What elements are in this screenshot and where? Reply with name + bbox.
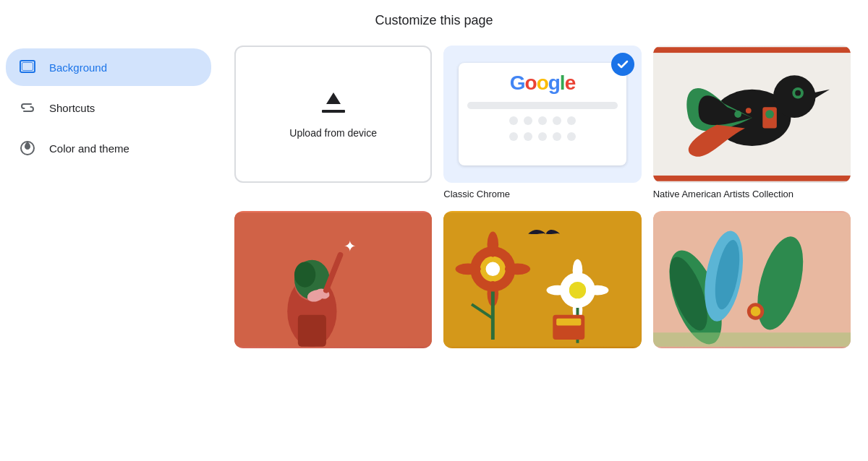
svg-rect-16 xyxy=(653,47,851,53)
dots-row-1 xyxy=(509,116,576,125)
art-orange-card-image: ✦ xyxy=(234,211,432,348)
svg-point-35 xyxy=(456,264,481,275)
color-theme-icon xyxy=(17,138,38,158)
search-bar-mock xyxy=(467,102,618,109)
native-american-card-image xyxy=(653,46,851,183)
svg-rect-47 xyxy=(557,319,582,326)
dot xyxy=(538,116,547,125)
cards-grid: Upload from device Google xyxy=(234,46,851,348)
svg-point-11 xyxy=(795,90,801,96)
main-layout: Background Shortcuts Color and theme xyxy=(0,40,868,461)
svg-rect-56 xyxy=(653,332,851,347)
svg-text:✦: ✦ xyxy=(344,238,357,255)
classic-chrome-label: Classic Chrome xyxy=(443,189,641,199)
svg-point-15 xyxy=(746,108,752,113)
dot xyxy=(524,132,532,141)
sidebar-item-shortcuts[interactable]: Shortcuts xyxy=(6,89,211,126)
svg-point-55 xyxy=(750,306,760,316)
svg-rect-2 xyxy=(22,63,33,70)
native-american-card[interactable]: Native American Artists Collection xyxy=(653,46,851,199)
native-american-label: Native American Artists Collection xyxy=(653,189,851,199)
svg-point-40 xyxy=(569,282,586,298)
dot xyxy=(567,132,576,141)
content-area: Upload from device Google xyxy=(217,40,868,461)
svg-marker-5 xyxy=(326,92,341,104)
dot xyxy=(509,116,518,125)
upload-label: Upload from device xyxy=(289,127,377,139)
art-green-card[interactable] xyxy=(653,211,851,348)
shortcuts-icon xyxy=(17,98,38,118)
svg-point-14 xyxy=(734,111,741,118)
dot xyxy=(567,116,576,125)
google-logo: Google xyxy=(510,72,575,95)
svg-point-36 xyxy=(505,264,530,275)
dot xyxy=(553,132,561,141)
upload-icon xyxy=(319,90,348,119)
sidebar-item-background[interactable]: Background xyxy=(6,48,211,86)
sidebar-background-label: Background xyxy=(49,61,107,74)
svg-point-13 xyxy=(765,110,774,119)
sidebar-item-color-theme[interactable]: Color and theme xyxy=(6,129,211,167)
svg-rect-17 xyxy=(653,176,851,181)
upload-card[interactable]: Upload from device xyxy=(234,46,432,199)
svg-point-43 xyxy=(547,285,569,296)
svg-rect-28 xyxy=(298,315,326,347)
dot xyxy=(553,116,561,125)
dot xyxy=(509,132,518,141)
sidebar: Background Shortcuts Color and theme xyxy=(0,40,217,461)
sidebar-color-theme-label: Color and theme xyxy=(49,142,129,155)
sidebar-shortcuts-label: Shortcuts xyxy=(49,102,95,114)
svg-rect-4 xyxy=(322,110,345,113)
art-yellow-card-image xyxy=(443,211,641,348)
dot xyxy=(538,132,547,141)
art-orange-card[interactable]: ✦ xyxy=(234,211,432,348)
svg-point-41 xyxy=(573,259,583,282)
selected-badge xyxy=(611,53,634,76)
background-icon xyxy=(17,57,38,77)
classic-chrome-card-image: Google xyxy=(443,46,641,183)
native-art xyxy=(653,46,851,183)
art-green-card-image xyxy=(653,211,851,348)
svg-point-32 xyxy=(486,262,501,277)
chrome-preview: Google xyxy=(459,63,626,166)
svg-point-44 xyxy=(587,285,609,296)
svg-point-23 xyxy=(294,262,315,288)
svg-point-33 xyxy=(488,232,499,257)
upload-card-image: Upload from device xyxy=(234,46,432,183)
page-title: Customize this page xyxy=(0,0,868,40)
art-yellow-card[interactable] xyxy=(443,211,641,348)
classic-chrome-card[interactable]: Google xyxy=(443,46,641,199)
dots-row-2 xyxy=(509,132,576,141)
dot xyxy=(524,116,532,125)
